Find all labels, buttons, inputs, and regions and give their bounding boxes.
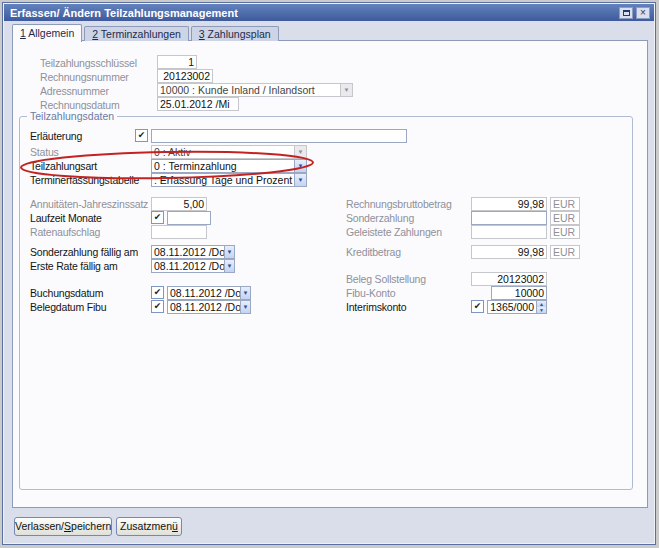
interimskonto-label: Interimskonto <box>346 301 406 314</box>
check-icon: ✔ <box>474 301 482 311</box>
zusatzmenu-button[interactable]: Zusatzmenü <box>116 517 182 536</box>
form-panel: Teilzahlungsschlüssel 1 Rechnungsnummer … <box>12 40 648 508</box>
maximize-icon <box>623 10 630 16</box>
verlassen-speichern-button[interactable]: Verlassen/Speichern <box>14 517 112 536</box>
rechnungsbruttobetrag-label: Rechnungsbruttobetrag <box>346 198 452 211</box>
interimskonto-input[interactable]: 1365/000 ▲ ▼ <box>487 300 547 314</box>
interimskonto-value: 1365/000 <box>488 301 536 313</box>
check-icon: ✔ <box>138 130 146 140</box>
ratenaufschlag-input[interactable] <box>151 225 207 239</box>
erste-rate-label: Erste Rate fällig am <box>30 260 118 273</box>
button-accel: ü <box>172 520 178 532</box>
buchungsdatum-label: Buchungsdatum <box>30 287 103 300</box>
calendar-dropdown-icon[interactable]: ▼ <box>240 287 250 299</box>
button-label: Verlassen/ <box>15 520 64 532</box>
kreditbetrag-input: 99,98 <box>471 245 547 259</box>
teilzahlungsart-value: 0 : Terminzahlung <box>152 160 294 172</box>
chevron-down-icon[interactable]: ▼ <box>294 174 306 186</box>
tab-label: Terminzahlungen <box>98 28 181 40</box>
rechnungsdatum-input[interactable]: 25.01.2012 /Mi <box>157 97 239 111</box>
fibu-konto-label: Fibu-Konto <box>346 287 395 300</box>
tab-terminzahlungen[interactable]: 2 Terminzahlungen <box>84 26 189 41</box>
buchungsdatum-checkbox[interactable]: ✔ <box>151 286 164 299</box>
rechnungsbruttobetrag-input: 99,98 <box>471 197 547 211</box>
status-select: 0 : Aktiv ▼ <box>151 145 307 159</box>
rechnungsnummer-input[interactable]: 20123002 <box>157 69 213 83</box>
close-button[interactable]: × <box>636 7 650 19</box>
chevron-down-icon: ▼ <box>294 146 306 158</box>
terminerfassungstabelle-select[interactable]: : Erfassung Tage und Prozent ▼ <box>151 173 307 187</box>
chevron-down-icon[interactable]: ▼ <box>294 160 306 172</box>
adressnummer-select[interactable]: 10000 : Kunde Inland / Inlandsort ▼ <box>157 83 353 97</box>
teilzahlungsschluessel-label: Teilzahlungsschlüssel <box>40 57 137 70</box>
chevron-down-icon[interactable]: ▼ <box>340 84 352 96</box>
tab-allgemein[interactable]: 1 Allgemein <box>12 24 82 42</box>
terminerfassungstabelle-value: : Erfassung Tage und Prozent <box>152 174 294 186</box>
belegdatum-fibu-checkbox[interactable]: ✔ <box>151 300 164 313</box>
annuitaeten-label: Annuitäten-Jahreszinssatz <box>30 198 148 211</box>
teilzahlungsschluessel-input[interactable]: 1 <box>157 55 197 69</box>
status-label: Status <box>30 146 59 159</box>
window-title: Erfassen/ Ändern Teilzahlungsmanagement <box>8 7 616 19</box>
dialog-window: Erfassen/ Ändern Teilzahlungsmanagement … <box>2 2 656 545</box>
sonderzahlung-label: Sonderzahlung <box>346 212 414 225</box>
check-icon: ✔ <box>154 287 162 297</box>
currency-unit: EUR <box>550 245 580 259</box>
teilzahlungsart-label: Teilzahlungsart <box>30 160 97 173</box>
belegdatum-fibu-date-input[interactable]: 08.11.2012 /Do ▼ <box>167 300 251 314</box>
kreditbetrag-label: Kreditbetrag <box>346 246 401 259</box>
currency-unit: EUR <box>550 197 580 211</box>
close-icon: × <box>640 8 646 18</box>
laufzeit-monate-checkbox[interactable]: ✔ <box>151 211 164 224</box>
currency-unit: EUR <box>550 211 580 225</box>
erste-rate-date-input[interactable]: 08.11.2012 /Do ▼ <box>151 259 235 273</box>
erlaeuterung-toggle-button[interactable]: ✔ <box>135 129 148 142</box>
interimskonto-checkbox[interactable]: ✔ <box>471 300 484 313</box>
button-accel: S <box>64 520 71 532</box>
currency-unit: EUR <box>550 225 580 239</box>
laufzeit-monate-label: Laufzeit Monate <box>30 212 102 225</box>
tab-label: Zahlungsplan <box>205 28 271 40</box>
erlaeuterung-input[interactable] <box>151 129 407 143</box>
annuitaeten-input[interactable]: 5,00 <box>151 197 207 211</box>
title-bar[interactable]: Erfassen/ Ändern Teilzahlungsmanagement … <box>4 4 654 21</box>
check-icon: ✔ <box>154 301 162 311</box>
tab-label: Allgemein <box>26 27 74 39</box>
teilzahlungsart-select[interactable]: 0 : Terminzahlung ▼ <box>151 159 307 173</box>
adressnummer-value: 10000 : Kunde Inland / Inlandsort <box>158 84 340 96</box>
maximize-button[interactable] <box>619 7 633 19</box>
fibu-konto-input[interactable]: 10000 <box>491 286 547 300</box>
button-label: Zusatzmen <box>120 520 172 532</box>
buchungsdatum-date-input[interactable]: 08.11.2012 /Do ▼ <box>167 286 251 300</box>
calendar-dropdown-icon[interactable]: ▼ <box>224 260 234 272</box>
geleistete-zahlungen-label: Geleistete Zahlungen <box>346 226 442 239</box>
tab-zahlungsplan[interactable]: 3 Zahlungsplan <box>191 26 279 41</box>
check-icon: ✔ <box>154 212 162 222</box>
ratenaufschlag-label: Ratenaufschlag <box>30 226 100 239</box>
calendar-dropdown-icon[interactable]: ▼ <box>224 246 234 258</box>
interimskonto-spinner[interactable]: ▲ ▼ <box>536 301 546 313</box>
date-value: 08.11.2012 /Do <box>168 287 240 299</box>
date-value: 08.11.2012 /Do <box>152 246 224 258</box>
calendar-dropdown-icon[interactable]: ▼ <box>240 301 250 313</box>
spin-down-icon[interactable]: ▼ <box>537 307 546 313</box>
beleg-sollstellung-label: Beleg Sollstellung <box>346 273 426 286</box>
button-label: peichern <box>71 520 111 532</box>
laufzeit-monate-input[interactable] <box>167 211 211 225</box>
date-value: 08.11.2012 /Do <box>152 260 224 272</box>
beleg-sollstellung-input: 20123002 <box>471 272 547 286</box>
group-title: Teilzahlungsdaten <box>27 110 117 122</box>
tab-strip: 1 Allgemein 2 Terminzahlungen 3 Zahlungs… <box>12 23 281 41</box>
geleistete-zahlungen-input <box>471 225 547 239</box>
sonderzahlung-input[interactable] <box>471 211 547 225</box>
terminerfassungstabelle-label: Terminerfassungstabelle <box>30 174 139 187</box>
sonderzahlung-faellig-label: Sonderzahlung fällig am <box>30 246 138 259</box>
belegdatum-fibu-label: Belegdatum Fibu <box>30 301 106 314</box>
status-value: 0 : Aktiv <box>152 146 294 158</box>
date-value: 08.11.2012 /Do <box>168 301 240 313</box>
sonderzahlung-faellig-date-input[interactable]: 08.11.2012 /Do ▼ <box>151 245 235 259</box>
erlaeuterung-label: Erläuterung <box>30 130 82 143</box>
adressnummer-label: Adressnummer <box>40 85 109 98</box>
rechnungsnummer-label: Rechnungsnummer <box>40 71 129 84</box>
